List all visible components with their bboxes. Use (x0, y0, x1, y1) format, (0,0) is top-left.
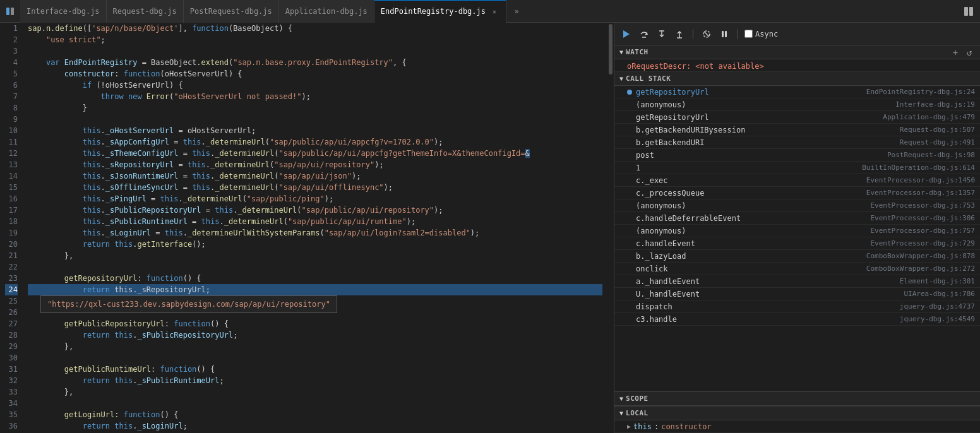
code-line-35: getLoginUrl: function() { (28, 409, 602, 420)
call-stack-frame-location: EventProcessor-dbg.js:753 (870, 199, 975, 212)
call-stack-frame-name: (anonymous) (636, 225, 865, 237)
code-line-2: "use strict"; (28, 34, 602, 45)
debugger-toolbar: Async (614, 23, 980, 45)
local-item-this: ▶ this : constructor (614, 420, 980, 433)
code-line-27: getPublicRepositoryUrl: function() { (28, 318, 602, 329)
code-container[interactable]: 12345 678910 1112131415 1617181920 21222… (0, 23, 614, 433)
call-stack-frame-16[interactable]: U._handleEventUIArea-dbg.js:786 (614, 288, 980, 300)
local-item-value: constructor (661, 420, 711, 433)
call-stack-frame-location: EventProcessor-dbg.js:1450 (866, 174, 975, 187)
watch-section: ▼ Watch + ↺ oRequestDescr: <not availabl… (614, 45, 980, 72)
panel-toggle-icon[interactable] (3, 4, 18, 19)
call-stack-frame-name: c3.handle (636, 313, 895, 326)
call-stack-frame-18[interactable]: c3.handlejquery-dbg.js:4549 (614, 313, 980, 326)
watch-section-actions: + ↺ (950, 47, 975, 58)
call-stack-frame-name: b._lazyLoad (636, 250, 861, 263)
call-stack-frame-5[interactable]: postPostRequest-dbg.js:98 (614, 149, 980, 162)
resume-button[interactable] (619, 27, 633, 41)
variable-tooltip: "https://qxl-cust233.dev.sapbydesign.com… (40, 295, 337, 313)
local-collapse-arrow: ▼ (619, 410, 623, 417)
code-line-22 (28, 261, 602, 273)
tab-application-dbg[interactable]: Application-dbg.js (279, 0, 374, 23)
svg-rect-12 (722, 31, 724, 37)
call-stack-frame-name: getRepositoryUrl (636, 111, 878, 124)
code-line-4: var EndPointRegistry = BaseObject.extend… (28, 57, 602, 68)
call-stack-frame-14[interactable]: onclickComboBoxWrapper-dbg.js:272 (614, 263, 980, 275)
tab-overflow-button[interactable]: » (509, 4, 524, 19)
call-stack-frame-location: EventProcessor-dbg.js:306 (870, 212, 975, 225)
call-stack-frame-name: U._handleEvent (636, 288, 899, 300)
tab-close-icon[interactable]: ✕ (489, 6, 499, 16)
local-section-title: Local (626, 409, 975, 417)
tab-request-dbg[interactable]: Request-dbg.js (107, 0, 184, 23)
call-stack-frame-11[interactable]: (anonymous)EventProcessor-dbg.js:757 (614, 225, 980, 237)
debugger-content: ▼ Watch + ↺ oRequestDescr: <not availabl… (614, 45, 980, 433)
watch-refresh-button[interactable]: ↺ (964, 47, 975, 58)
call-stack-frame-6[interactable]: 1BuiltInOperation-dbg.js:614 (614, 162, 980, 174)
deactivate-breakpoints-button[interactable] (700, 27, 714, 41)
code-line-24: return this._sRepositoryUrl; "https://qx… (28, 284, 602, 295)
step-out-button[interactable] (672, 27, 686, 41)
scope-section-header[interactable]: ▼ Scope (614, 392, 980, 406)
code-line-5: constructor: function(oHostServerUrl) { (28, 68, 602, 80)
call-stack-section-header[interactable]: ▼ Call Stack (614, 72, 980, 86)
editor-scrollbar[interactable] (607, 23, 614, 433)
call-stack-frame-name: c._exec (636, 174, 861, 187)
local-section-header[interactable]: ▼ Local (614, 406, 980, 420)
call-stack-frame-12[interactable]: c.handleEventEventProcessor-dbg.js:729 (614, 237, 980, 250)
call-stack-section-title: Call Stack (626, 74, 975, 83)
call-stack-frame-0[interactable]: getRepositoryUrlEndPointRegistry-dbg.js:… (614, 86, 980, 98)
svg-marker-4 (623, 30, 630, 38)
call-stack-frame-13[interactable]: b._lazyLoadComboBoxWrapper-dbg.js:878 (614, 250, 980, 263)
local-section: ▼ Local ▶ this : constructor (614, 406, 980, 433)
call-stack-frame-name: 1 (636, 162, 857, 174)
main-area: 12345 678910 1112131415 1617181920 21222… (0, 23, 980, 433)
code-line-8: } (28, 102, 602, 114)
call-stack-frame-location: Application-dbg.js:479 (883, 111, 975, 124)
code-line-28: return this._sPublicRepositoryUrl; (28, 329, 602, 341)
svg-rect-3 (969, 7, 973, 16)
step-into-button[interactable] (655, 27, 669, 41)
code-line-17: this._sPublicRepositoryUrl = this._deter… (28, 205, 602, 216)
watch-section-title: Watch (626, 48, 950, 56)
call-stack-frame-location: EventProcessor-dbg.js:729 (870, 237, 975, 250)
call-stack-frame-location: ComboBoxWrapper-dbg.js:272 (866, 263, 975, 275)
call-stack-frame-3[interactable]: b.getBackendURIBysessionRequest-dbg.js:5… (614, 124, 980, 136)
watch-add-button[interactable]: + (950, 47, 961, 58)
watch-section-header[interactable]: ▼ Watch + ↺ (614, 45, 980, 59)
call-stack-frame-17[interactable]: dispatchjquery-dbg.js:4737 (614, 300, 980, 313)
split-editor-button[interactable] (960, 3, 977, 20)
call-stack-frame-location: EventProcessor-dbg.js:757 (870, 225, 975, 237)
call-stack-collapse-arrow: ▼ (619, 75, 623, 82)
async-checkbox-input[interactable] (744, 30, 753, 38)
code-line-3 (28, 45, 602, 57)
call-stack-panel[interactable]: getRepositoryUrlEndPointRegistry-dbg.js:… (614, 86, 980, 391)
call-stack-frame-7[interactable]: c._execEventProcessor-dbg.js:1450 (614, 174, 980, 187)
tab-endpointregistry-dbg[interactable]: EndPointRegistry-dbg.js ✕ (374, 0, 506, 23)
step-over-button[interactable] (637, 27, 651, 41)
call-stack-frame-10[interactable]: c.handleDeferrableEventEventProcessor-db… (614, 212, 980, 225)
call-stack-frame-8[interactable]: c._processQueueEventProcessor-dbg.js:135… (614, 187, 980, 199)
call-stack-frame-name: c._processQueue (636, 187, 861, 199)
call-stack-frame-name: getRepositoryUrl (636, 86, 861, 98)
call-stack-frame-1[interactable]: (anonymous)Interface-dbg.js:19 (614, 98, 980, 111)
call-stack-frame-9[interactable]: (anonymous)EventProcessor-dbg.js:753 (614, 199, 980, 212)
debugger-panel: Async ▼ Watch + ↺ oRequestDescr: <not av… (614, 23, 980, 433)
call-stack-frame-name: c.handleEvent (636, 237, 865, 250)
pause-on-exceptions-button[interactable] (717, 27, 731, 41)
scope-collapse-arrow: ▼ (619, 395, 623, 402)
tab-interface-dbg[interactable]: Interface-dbg.js (20, 0, 107, 23)
tab-bar: Interface-dbg.js Request-dbg.js PostRequ… (0, 0, 980, 23)
tab-postrequest-dbg[interactable]: PostRequest-dbg.js (184, 0, 279, 23)
code-line-11: this._sAppConfigUrl = this._determineUrl… (28, 136, 602, 148)
call-stack-frame-4[interactable]: b.getBackendURIRequest-dbg.js:491 (614, 136, 980, 149)
code-line-10: this._oHostServerUrl = oHostServerUrl; (28, 125, 602, 136)
call-stack-frame-2[interactable]: getRepositoryUrlApplication-dbg.js:479 (614, 111, 980, 124)
call-stack-frame-15[interactable]: a._handleEventElement-dbg.js:301 (614, 275, 980, 288)
code-line-31: getPublicRuntimeUrl: function() { (28, 364, 602, 375)
active-frame-indicator (627, 90, 632, 95)
call-stack-frame-location: UIArea-dbg.js:786 (904, 288, 975, 300)
call-stack-frame-name: dispatch (636, 300, 895, 313)
code-line-15: this._sOfflineSyncUrl = this._determineU… (28, 182, 602, 193)
local-item-arrow: ▶ (627, 420, 631, 433)
